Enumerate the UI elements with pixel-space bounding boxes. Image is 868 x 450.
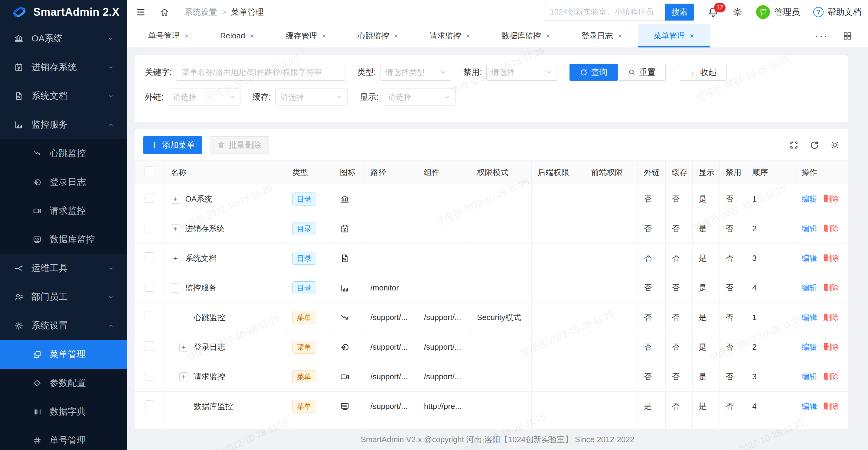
close-icon[interactable]: × (466, 32, 470, 40)
delete-link[interactable]: 删除 (823, 283, 839, 292)
invoicing-icon (14, 63, 24, 72)
edit-link[interactable]: 编辑 (802, 254, 817, 263)
column-settings-icon[interactable] (830, 140, 840, 150)
sidebar-item-config[interactable]: 参数配置 (0, 369, 127, 397)
add-menu-button[interactable]: 添加菜单 (143, 136, 202, 154)
expand-toggle[interactable]: + (179, 372, 188, 381)
sidebar-item-ops-tools[interactable]: 运维工具 (0, 254, 127, 283)
sidebar-item-settings[interactable]: 系统设置 (0, 311, 127, 340)
close-icon[interactable]: × (185, 32, 189, 40)
tab-menu-manage[interactable]: 菜单管理 × (638, 24, 710, 47)
more-tabs-icon[interactable]: ··· (815, 30, 828, 42)
sidebar-item-oa[interactable]: OA系统 (0, 24, 127, 53)
expand-toggle[interactable]: + (171, 254, 180, 263)
delete-link[interactable]: 删除 (823, 401, 839, 411)
delete-link[interactable]: 删除 (823, 254, 839, 263)
sidebar-item-invoicing[interactable]: 进销存系统 (0, 53, 127, 82)
row-checkbox[interactable] (145, 193, 154, 203)
edit-link[interactable]: 编辑 (802, 194, 817, 203)
external-select[interactable]: 请选择 (168, 89, 241, 105)
type-badge: 菜单 (292, 341, 316, 354)
tab-request-monitor[interactable]: 请求监控 × (414, 24, 486, 47)
close-icon[interactable]: × (546, 32, 550, 40)
row-checkbox[interactable] (145, 400, 154, 410)
expand-toggle[interactable]: + (179, 343, 188, 352)
gear-icon[interactable] (732, 7, 743, 17)
search-input[interactable] (544, 4, 665, 21)
close-icon[interactable]: × (394, 32, 398, 40)
batch-delete-button[interactable]: 批量删除 (210, 136, 269, 154)
row-checkbox[interactable] (145, 282, 154, 292)
edit-link[interactable]: 编辑 (802, 313, 817, 322)
row-perm-mode (471, 332, 531, 362)
sidebar-item-menu-manage[interactable]: 菜单管理 (0, 340, 127, 369)
row-checkbox[interactable] (145, 341, 154, 351)
search-button[interactable]: 搜索 (665, 4, 694, 21)
breadcrumb-parent[interactable]: 系统设置 (185, 7, 217, 18)
delete-link[interactable]: 删除 (823, 313, 839, 322)
edit-link[interactable]: 编辑 (802, 401, 817, 411)
expand-toggle[interactable]: + (171, 224, 180, 233)
delete-link[interactable]: 删除 (823, 194, 839, 203)
close-icon[interactable]: × (690, 32, 694, 40)
row-external: 否 (638, 362, 666, 392)
close-icon[interactable]: × (322, 32, 326, 40)
tab-serial-manage[interactable]: 单号管理 × (132, 24, 205, 47)
refresh-icon[interactable] (810, 140, 819, 150)
tab-database-monitor[interactable]: 数据库监控 × (486, 24, 565, 47)
sidebar-item-label: 单号管理 (50, 434, 86, 447)
home-icon[interactable] (160, 7, 169, 17)
delete-link[interactable]: 删除 (823, 372, 839, 381)
notification-bell[interactable]: 12 (707, 6, 719, 18)
tab-label: 数据库监控 (501, 31, 541, 41)
show-select[interactable]: 请选择 (383, 89, 456, 105)
row-checkbox[interactable] (145, 371, 154, 381)
close-icon[interactable]: × (618, 32, 622, 40)
tab-cache-manage[interactable]: 缓存管理 × (270, 24, 342, 47)
select-all-checkbox[interactable] (145, 166, 154, 176)
tab-heartbeat[interactable]: 心跳监控 × (342, 24, 414, 47)
fullscreen-icon[interactable] (789, 140, 799, 150)
collapse-button[interactable]: 收起 (679, 64, 727, 81)
select-placeholder: 请选择 (173, 92, 229, 102)
keyword-input[interactable] (176, 64, 345, 81)
grid-layout-icon[interactable] (843, 31, 852, 41)
top-header: 系统设置 > 菜单管理 搜索 12 管 管理员 ? (127, 0, 868, 24)
disabled-select[interactable]: 请选择 (486, 64, 557, 81)
edit-link[interactable]: 编辑 (802, 283, 817, 292)
sidebar-item-database-monitor[interactable]: 数据库监控 (0, 225, 127, 254)
sidebar-item-docs[interactable]: 系统文档 (0, 82, 127, 110)
collapse-toggle[interactable]: − (171, 284, 180, 293)
sidebar-item-employees[interactable]: 部门员工 (0, 283, 127, 311)
logo[interactable]: SmartAdmin 2.X (0, 0, 127, 24)
query-button[interactable]: 查询 (569, 64, 618, 81)
sidebar-item-heartbeat[interactable]: 心跳监控 (0, 139, 127, 168)
sidebar-item-label: 监控服务 (31, 119, 68, 131)
type-select[interactable]: 请选择类型 (380, 64, 451, 81)
row-checkbox[interactable] (145, 312, 154, 321)
row-checkbox[interactable] (145, 223, 154, 232)
user-menu[interactable]: 管 管理员 (756, 5, 800, 19)
help-link[interactable]: ? 帮助文档 (813, 6, 861, 18)
sidebar-item-request-monitor[interactable]: 请求监控 (0, 196, 127, 225)
delete-link[interactable]: 删除 (823, 224, 839, 233)
sidebar-item-dictionary[interactable]: 数据字典 (0, 397, 127, 426)
tab-reload[interactable]: Reload × (205, 24, 270, 47)
type-badge: 目录 (292, 281, 316, 294)
edit-link[interactable]: 编辑 (802, 224, 817, 233)
tab-login-log[interactable]: 登录日志 × (566, 24, 638, 47)
settings-icon (14, 321, 24, 331)
edit-link[interactable]: 编辑 (802, 343, 817, 351)
cache-select[interactable]: 请选择 (275, 89, 348, 105)
expand-toggle[interactable]: + (171, 195, 180, 204)
delete-link[interactable]: 删除 (823, 343, 839, 351)
row-perm-mode (471, 273, 531, 303)
sidebar-item-monitor[interactable]: 监控服务 (0, 110, 127, 139)
reset-button[interactable]: 重置 (618, 64, 666, 81)
sidebar-item-serial-number[interactable]: 单号管理 (0, 426, 127, 450)
edit-link[interactable]: 编辑 (802, 372, 817, 381)
row-checkbox[interactable] (145, 252, 154, 262)
close-icon[interactable]: × (250, 32, 254, 40)
sidebar-item-login-log[interactable]: 登录日志 (0, 168, 127, 196)
menu-fold-icon[interactable] (135, 7, 146, 17)
